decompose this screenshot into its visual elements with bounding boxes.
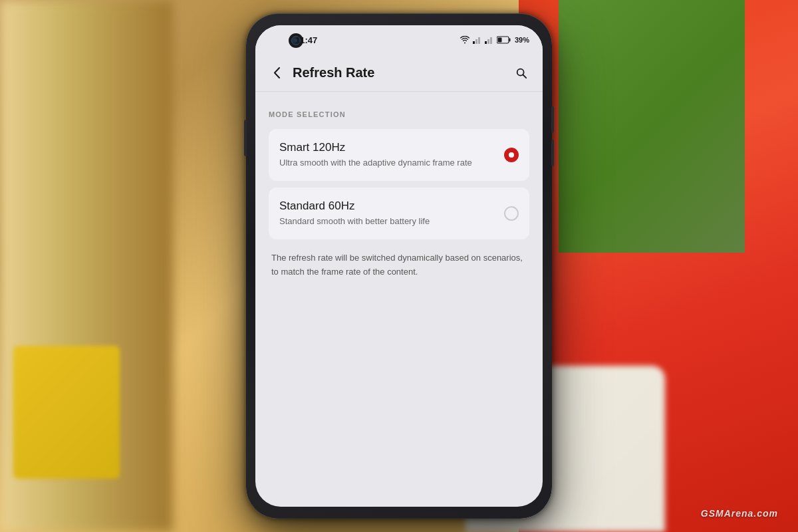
radio-standard[interactable] <box>504 206 519 221</box>
info-text: The refresh rate will be switched dynami… <box>269 251 529 279</box>
svg-rect-7 <box>509 39 510 42</box>
volume-down-button[interactable] <box>551 140 554 166</box>
phone: 11:47 <box>246 13 552 519</box>
svg-rect-4 <box>487 39 489 44</box>
radio-smart-inner <box>509 152 514 158</box>
battery-icon <box>497 36 511 44</box>
search-button[interactable] <box>511 63 532 84</box>
back-arrow-icon <box>273 67 280 78</box>
option-standard-60hz[interactable]: Standard 60Hz Standard smooth with bette… <box>269 188 529 239</box>
svg-rect-2 <box>478 37 480 44</box>
search-icon <box>515 67 527 79</box>
wifi-icon <box>460 36 469 44</box>
svg-rect-3 <box>485 41 487 44</box>
option-standard-text-group: Standard 60Hz Standard smooth with bette… <box>279 200 496 227</box>
bg-green-area <box>559 0 745 253</box>
option-standard-subtitle: Standard smooth with better battery life <box>279 215 496 227</box>
svg-rect-0 <box>473 41 475 44</box>
signal-icon-1 <box>473 36 481 44</box>
option-smart-text-group: Smart 120Hz Ultra smooth with the adapti… <box>279 141 496 169</box>
option-standard-title: Standard 60Hz <box>279 200 496 213</box>
option-smart-subtitle: Ultra smooth with the adaptive dynamic f… <box>279 157 496 169</box>
status-icons: 39% <box>460 36 529 44</box>
page-title: Refresh Rate <box>293 65 511 80</box>
svg-rect-5 <box>490 37 492 44</box>
section-label: MODE SELECTION <box>269 110 529 118</box>
option-smart-title: Smart 120Hz <box>279 141 496 154</box>
back-button[interactable] <box>266 63 287 84</box>
battery-percentage: 39% <box>515 36 529 44</box>
phone-screen: 11:47 <box>255 25 543 507</box>
bg-yellow-box <box>13 346 120 479</box>
svg-rect-1 <box>475 39 477 44</box>
app-bar: Refresh Rate <box>255 55 543 92</box>
svg-rect-8 <box>497 38 501 43</box>
settings-content: MODE SELECTION Smart 120Hz Ultra smooth … <box>255 92 543 293</box>
power-button[interactable] <box>244 120 247 156</box>
radio-smart-selected[interactable] <box>504 148 519 162</box>
volume-up-button[interactable] <box>551 106 554 133</box>
status-time: 11:47 <box>295 35 317 45</box>
watermark: GSMArena.com <box>701 508 778 519</box>
status-bar: 11:47 <box>255 25 543 55</box>
option-smart-120hz[interactable]: Smart 120Hz Ultra smooth with the adapti… <box>269 129 529 181</box>
signal-icon-2 <box>485 36 493 44</box>
phone-shell: 11:47 <box>246 13 552 519</box>
svg-line-10 <box>523 74 526 78</box>
